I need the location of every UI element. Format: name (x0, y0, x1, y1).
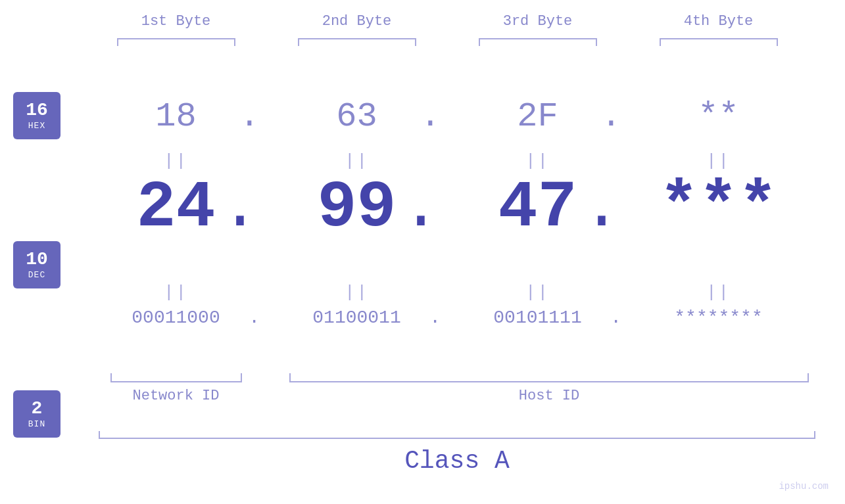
class-label: Class A (404, 447, 510, 475)
host-id-label: Host ID (519, 388, 579, 404)
bin-dot-1: . (249, 308, 260, 328)
bin-dot-2: . (429, 308, 441, 328)
dec-row: 24 . 99 . 47 . *** (85, 171, 832, 245)
eq-2-2: || (266, 283, 447, 302)
hex-number: 16 (26, 101, 48, 121)
hex-cell-3: 2F . (447, 97, 628, 136)
bin-row: 00011000 . 01100011 . 00101111 . *******… (85, 308, 832, 328)
bin-cell-2: 01100011 . (266, 308, 447, 328)
bin-badge: 2 BIN (13, 390, 60, 438)
bin-number: 2 (32, 399, 43, 419)
host-bracket-container (266, 373, 832, 382)
top-bracket-2 (266, 38, 447, 46)
top-bracket-4 (628, 38, 809, 46)
bracket-line-top-3 (479, 38, 597, 46)
host-bracket-line (289, 373, 809, 382)
class-label-container: Class A (85, 447, 829, 475)
hex-cell-1: 18 . (85, 97, 266, 136)
watermark: ipshu.com (779, 481, 829, 492)
dec-number: 10 (26, 250, 48, 270)
bin-val-4: ******** (674, 308, 762, 328)
dec-val-4: *** (659, 171, 777, 245)
byte-header-4: 4th Byte (628, 13, 809, 35)
dec-name: DEC (28, 270, 45, 280)
eq-1-1: || (85, 151, 266, 171)
bin-cell-1: 00011000 . (85, 308, 266, 328)
dec-val-3: 47 (498, 171, 577, 245)
hex-dot-3: . (601, 97, 621, 136)
dec-cell-1: 24 . (85, 171, 266, 245)
dec-cell-2: 99 . (266, 171, 447, 245)
bracket-line-top-1 (117, 38, 235, 46)
dec-badge: 10 DEC (13, 241, 60, 288)
eq-1-2: || (266, 151, 447, 171)
host-id-container: Host ID (266, 388, 832, 404)
bin-cell-4: ******** (628, 308, 809, 328)
main-container: 1st Byte 2nd Byte 3rd Byte 4th Byte 16 H… (0, 0, 845, 504)
hex-cell-2: 63 . (266, 97, 447, 136)
equals-row-2: || || || || (85, 283, 832, 302)
network-id-container: Network ID (85, 388, 266, 404)
network-id-label: Network ID (132, 388, 219, 404)
hex-dot-2: . (420, 97, 441, 136)
hex-row: 18 . 63 . 2F . ** (85, 97, 832, 136)
top-bracket-3 (447, 38, 628, 46)
bracket-line-top-4 (660, 38, 778, 46)
class-bracket-container (85, 431, 829, 439)
dec-dot-3: . (582, 171, 621, 245)
dec-dot-2: . (401, 171, 441, 245)
eq-2-3: || (447, 283, 628, 302)
hex-cell-4: ** (628, 97, 809, 136)
base-labels: 16 HEX 10 DEC 2 BIN (13, 92, 60, 438)
top-brackets (85, 38, 832, 46)
dec-cell-3: 47 . (447, 171, 628, 245)
hex-badge: 16 HEX (13, 92, 60, 139)
top-bracket-1 (85, 38, 266, 46)
eq-1-4: || (628, 151, 809, 171)
equals-row-1: || || || || (85, 151, 832, 171)
dec-val-1: 24 (136, 171, 215, 245)
eq-2-1: || (85, 283, 266, 302)
eq-2-4: || (628, 283, 809, 302)
dec-cell-4: *** (628, 171, 809, 245)
byte-headers: 1st Byte 2nd Byte 3rd Byte 4th Byte (85, 13, 832, 35)
dec-dot-1: . (220, 171, 260, 245)
watermark-container: ipshu.com (779, 480, 829, 492)
byte-header-2: 2nd Byte (266, 13, 447, 35)
byte-header-1: 1st Byte (85, 13, 266, 35)
hex-val-4: ** (628, 97, 809, 136)
bin-val-1: 00011000 (132, 308, 220, 328)
bin-dot-3: . (610, 308, 621, 328)
bin-val-2: 01100011 (312, 308, 400, 328)
bin-name: BIN (28, 419, 45, 429)
byte-header-3: 3rd Byte (447, 13, 628, 35)
class-bracket-line (99, 431, 815, 439)
hex-dot-1: . (239, 97, 260, 136)
eq-1-3: || (447, 151, 628, 171)
dec-val-2: 99 (317, 171, 396, 245)
network-bracket-container (85, 373, 266, 382)
bracket-line-top-2 (298, 38, 416, 46)
bin-val-3: 00101111 (493, 308, 581, 328)
hex-name: HEX (28, 121, 45, 131)
network-bracket-line (110, 373, 242, 382)
bin-cell-3: 00101111 . (447, 308, 628, 328)
